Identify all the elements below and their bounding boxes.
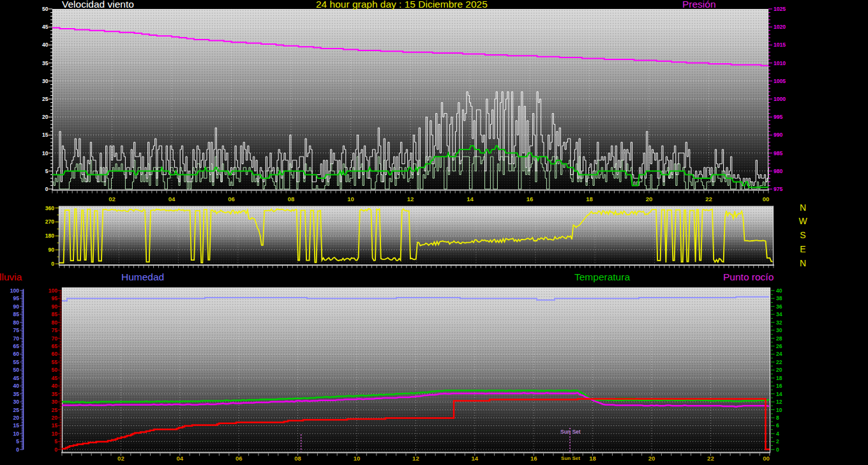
- svg-text:70: 70: [13, 335, 20, 342]
- svg-text:12: 12: [776, 399, 782, 405]
- svg-text:04: 04: [168, 195, 176, 202]
- svg-text:60: 60: [13, 351, 20, 357]
- svg-text:1005: 1005: [774, 78, 786, 84]
- svg-text:02: 02: [108, 195, 116, 202]
- svg-text:360: 360: [45, 205, 54, 211]
- svg-text:Humedad: Humedad: [121, 271, 164, 282]
- svg-text:36: 36: [776, 303, 782, 310]
- svg-text:4: 4: [776, 431, 779, 437]
- svg-text:18: 18: [776, 375, 782, 381]
- svg-text:90: 90: [52, 303, 58, 310]
- svg-text:0: 0: [45, 186, 49, 192]
- svg-text:25: 25: [42, 96, 49, 102]
- svg-text:80: 80: [13, 319, 20, 326]
- svg-text:75: 75: [13, 327, 20, 333]
- svg-text:5: 5: [45, 168, 49, 174]
- svg-text:15: 15: [52, 422, 58, 429]
- svg-text:985: 985: [774, 150, 782, 156]
- svg-text:Sun Set: Sun Set: [560, 429, 581, 435]
- svg-text:100: 100: [10, 287, 19, 294]
- svg-text:S: S: [800, 230, 805, 240]
- svg-text:1010: 1010: [774, 60, 786, 66]
- svg-text:35: 35: [42, 60, 49, 66]
- svg-text:40: 40: [42, 42, 49, 48]
- svg-text:Punto rocío: Punto rocío: [723, 271, 774, 282]
- svg-text:85: 85: [13, 311, 20, 317]
- svg-text:40: 40: [13, 383, 20, 389]
- svg-text:95: 95: [52, 295, 58, 301]
- svg-text:90: 90: [49, 247, 55, 253]
- svg-text:06: 06: [228, 195, 235, 202]
- svg-text:980: 980: [774, 168, 782, 174]
- svg-text:12: 12: [407, 195, 414, 202]
- svg-text:1015: 1015: [774, 42, 786, 48]
- svg-text:22: 22: [705, 195, 712, 202]
- svg-text:10: 10: [347, 195, 354, 202]
- svg-text:50: 50: [52, 367, 58, 373]
- svg-text:W: W: [798, 216, 807, 226]
- svg-text:5: 5: [54, 438, 57, 445]
- svg-text:lluvia: lluvia: [0, 271, 22, 282]
- svg-text:34: 34: [776, 311, 782, 317]
- svg-text:Temperatura: Temperatura: [574, 271, 630, 282]
- svg-text:10: 10: [354, 455, 361, 462]
- svg-text:180: 180: [45, 232, 54, 239]
- svg-text:8: 8: [776, 415, 779, 421]
- svg-text:38: 38: [776, 295, 782, 301]
- svg-text:18: 18: [589, 455, 596, 462]
- svg-text:20: 20: [648, 455, 655, 462]
- svg-text:30: 30: [42, 78, 49, 84]
- svg-text:18: 18: [586, 195, 593, 202]
- svg-text:08: 08: [294, 455, 301, 462]
- svg-text:0: 0: [16, 446, 19, 453]
- svg-text:50: 50: [42, 6, 49, 12]
- svg-text:14: 14: [472, 455, 479, 462]
- svg-text:12: 12: [412, 455, 419, 462]
- svg-text:30: 30: [776, 327, 782, 333]
- svg-text:24: 24: [776, 351, 782, 357]
- svg-text:20: 20: [646, 195, 653, 202]
- svg-text:90: 90: [13, 303, 20, 310]
- svg-text:40: 40: [52, 383, 58, 389]
- svg-text:16: 16: [530, 455, 537, 462]
- svg-text:5: 5: [16, 438, 19, 445]
- svg-text:990: 990: [774, 132, 782, 138]
- svg-text:20: 20: [776, 367, 782, 373]
- svg-text:02: 02: [117, 455, 124, 462]
- svg-text:0: 0: [776, 446, 779, 453]
- svg-text:Sun Set: Sun Set: [561, 455, 580, 461]
- svg-text:16: 16: [776, 383, 782, 389]
- svg-text:2: 2: [776, 438, 779, 445]
- svg-text:70: 70: [52, 335, 58, 342]
- svg-text:20: 20: [42, 114, 49, 120]
- svg-text:22: 22: [707, 455, 714, 462]
- svg-text:80: 80: [52, 319, 58, 326]
- svg-text:0: 0: [54, 446, 57, 453]
- svg-text:1020: 1020: [774, 24, 786, 30]
- svg-text:Velocidad viento: Velocidad viento: [62, 0, 134, 10]
- svg-text:14: 14: [776, 391, 782, 397]
- svg-text:40: 40: [776, 287, 782, 294]
- svg-text:20: 20: [13, 415, 20, 421]
- svg-text:0: 0: [51, 261, 54, 267]
- svg-text:10: 10: [776, 407, 782, 413]
- svg-text:24 hour graph day : 15 Diciemb: 24 hour graph day : 15 Diciembre 2025: [316, 0, 488, 10]
- svg-text:16: 16: [527, 195, 534, 202]
- svg-text:30: 30: [52, 399, 58, 405]
- svg-text:35: 35: [13, 391, 20, 397]
- svg-text:1000: 1000: [774, 96, 786, 102]
- svg-text:30: 30: [13, 399, 20, 405]
- svg-text:00: 00: [763, 455, 770, 462]
- svg-text:15: 15: [13, 422, 20, 429]
- svg-text:Presión: Presión: [682, 0, 716, 10]
- svg-text:95: 95: [13, 295, 20, 301]
- svg-text:20: 20: [52, 415, 58, 421]
- svg-text:6: 6: [776, 422, 779, 429]
- svg-text:35: 35: [52, 391, 58, 397]
- svg-text:14: 14: [467, 195, 474, 202]
- svg-text:75: 75: [52, 327, 58, 333]
- svg-text:55: 55: [13, 359, 20, 365]
- svg-text:26: 26: [776, 343, 782, 349]
- svg-text:N: N: [800, 202, 806, 213]
- svg-text:45: 45: [52, 375, 58, 381]
